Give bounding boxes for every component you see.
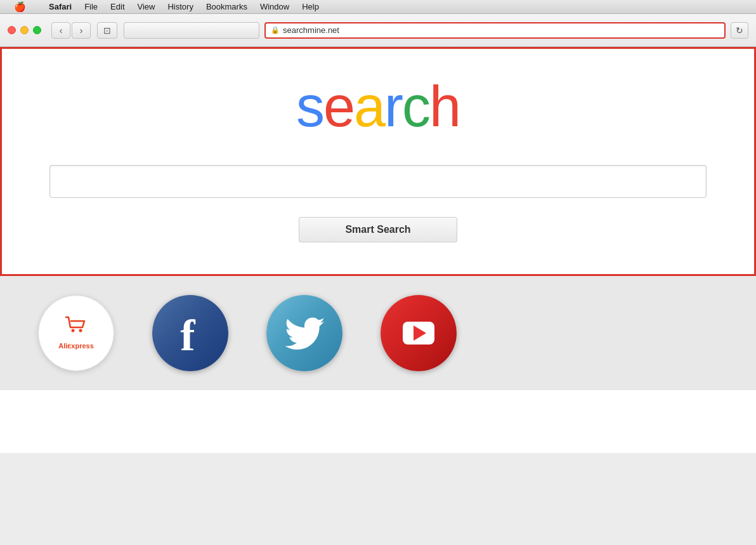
- svg-point-1: [79, 329, 82, 332]
- logo-h: h: [429, 75, 460, 138]
- fullscreen-button[interactable]: [33, 26, 41, 34]
- minimize-button[interactable]: [20, 26, 29, 34]
- menu-view[interactable]: View: [131, 0, 162, 14]
- back-arrow-icon: ‹: [60, 25, 63, 36]
- traffic-lights: [8, 26, 41, 34]
- url-display: searchmine.net: [283, 25, 339, 35]
- sidebar-icon: ⊡: [103, 25, 111, 36]
- svg-point-0: [72, 329, 75, 332]
- browser-toolbar: ‹ › ⊡ 🔒 searchmine.net ↻: [0, 14, 756, 47]
- twitter-wrapper: [266, 295, 342, 371]
- youtube-icon[interactable]: [381, 295, 457, 371]
- menu-window[interactable]: Window: [254, 0, 296, 14]
- menu-safari[interactable]: Safari: [42, 0, 78, 14]
- facebook-wrapper: f: [152, 295, 228, 371]
- youtube-wrapper: [381, 295, 457, 371]
- aliexpress-wrapper: AliExpress: [38, 295, 114, 371]
- reload-button[interactable]: ↻: [731, 22, 748, 39]
- logo-s: s: [296, 75, 323, 138]
- logo-e: e: [323, 75, 354, 138]
- forward-button[interactable]: ›: [72, 22, 91, 39]
- youtube-play-button: [403, 322, 434, 345]
- apple-menu[interactable]: 🍎: [8, 0, 32, 14]
- address-bar[interactable]: 🔒 searchmine.net: [264, 22, 726, 39]
- search-input[interactable]: [49, 165, 707, 198]
- logo-c: c: [402, 75, 429, 138]
- twitter-bird-icon: [282, 311, 327, 355]
- nav-buttons: ‹ ›: [51, 22, 91, 39]
- cart-icon: [65, 316, 88, 339]
- aliexpress-icon[interactable]: AliExpress: [38, 295, 114, 371]
- aliexpress-label: AliExpress: [58, 342, 94, 350]
- logo-r: r: [384, 75, 402, 138]
- facebook-f-letter: f: [180, 310, 195, 361]
- menu-edit[interactable]: Edit: [104, 0, 131, 14]
- menu-bar: 🍎 Safari File Edit View History Bookmark…: [0, 0, 756, 14]
- address-area: 🔒 searchmine.net ↻: [124, 22, 748, 39]
- smart-search-button[interactable]: Smart Search: [299, 217, 457, 242]
- sidebar-toggle-button[interactable]: ⊡: [97, 22, 117, 39]
- close-button[interactable]: [8, 26, 16, 34]
- menu-help[interactable]: Help: [296, 0, 325, 14]
- forward-arrow-icon: ›: [80, 25, 83, 36]
- lock-icon: 🔒: [271, 26, 280, 34]
- search-logo: search: [296, 74, 460, 140]
- youtube-play-triangle: [414, 325, 426, 341]
- search-input-wrapper: [49, 165, 707, 198]
- reload-icon: ↻: [736, 25, 743, 36]
- twitter-icon[interactable]: [266, 295, 342, 371]
- web-content: search Smart Search AliExpress: [0, 47, 756, 453]
- social-icons-row: AliExpress f: [0, 276, 756, 390]
- tab-bar-spacer: [124, 22, 259, 39]
- menu-file[interactable]: File: [78, 0, 104, 14]
- menu-history[interactable]: History: [161, 0, 199, 14]
- facebook-icon[interactable]: f: [152, 295, 228, 371]
- back-button[interactable]: ‹: [51, 22, 70, 39]
- menu-bookmarks[interactable]: Bookmarks: [200, 0, 254, 14]
- search-section: search Smart Search: [0, 47, 756, 276]
- logo-a: a: [354, 75, 384, 138]
